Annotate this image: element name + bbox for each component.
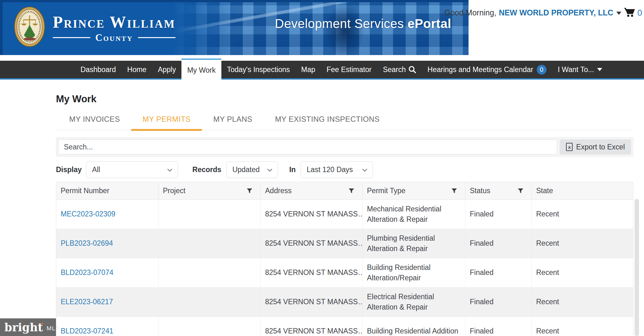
nav-item-i-want-to[interactable]: I Want To... [552, 61, 608, 78]
county-subline: County [53, 32, 175, 43]
records-dropdown[interactable]: Updated [226, 161, 278, 178]
search-input[interactable] [58, 139, 557, 154]
table-row: ELE2023-06217 8254 VERNON ST MANASS… Ele… [56, 288, 633, 317]
chevron-down-icon[interactable] [616, 12, 621, 15]
cell-status: Finaled [465, 200, 532, 229]
cell-state: Recent [532, 317, 633, 336]
chevron-down-icon [362, 165, 368, 174]
nav-item-todays-inspections[interactable]: Today's Inspections [221, 61, 296, 78]
display-dropdown[interactable]: All [86, 161, 178, 178]
address-text: 8254 VERNON ST MANASS… [265, 326, 363, 336]
column-header-permit-type: Permit Type [363, 182, 465, 199]
permit-link[interactable]: BLD2023-07074 [61, 267, 114, 278]
permit-link[interactable]: ELE2023-06217 [61, 297, 113, 307]
permit-link[interactable]: BLD2023-07241 [61, 326, 114, 336]
records-value: Updated [232, 165, 260, 174]
page: Prince William County Development Servic… [0, 0, 644, 336]
filter-bar: Display All Records Updated In Last 120 … [56, 161, 633, 178]
cell-state: Recent [532, 229, 633, 258]
chevron-down-icon [267, 165, 273, 174]
i-want-to-label: I Want To... [558, 65, 594, 74]
display-label: Display [56, 165, 82, 174]
cell-status: Finaled [465, 258, 532, 287]
cell-address: 8254 VERNON ST MANASS… [261, 229, 363, 258]
portal-title-bold: ePortal [408, 17, 451, 31]
in-label: In [289, 165, 296, 174]
county-name: Prince William [53, 13, 175, 31]
address-text: 8254 VERNON ST MANASS… [265, 238, 363, 249]
cell-permit-type: Electrical Residential Alteration & Repa… [363, 288, 465, 316]
cell-project [158, 229, 261, 258]
chevron-down-icon [597, 68, 602, 71]
cart-count: 0 [637, 8, 642, 18]
left-rule [53, 37, 90, 38]
nav-item-search[interactable]: Search [377, 61, 422, 78]
cell-permit-number: PLB2023-02694 [56, 229, 158, 258]
address-text: 8254 VERNON ST MANASS… [265, 209, 363, 219]
portal-title-regular: Development Services [275, 17, 408, 31]
column-label: Project [163, 187, 186, 195]
filter-funnel-icon[interactable] [349, 188, 354, 193]
column-label: Permit Type [367, 187, 405, 195]
table-header-row: Permit Number Project Address Permit Typ… [56, 182, 633, 200]
cell-permit-number: MEC2023-02309 [56, 200, 158, 229]
records-label: Records [192, 165, 221, 174]
column-header-state: State [532, 182, 633, 199]
table-scrollbar[interactable] [635, 199, 639, 336]
permit-link[interactable]: PLB2023-02694 [61, 238, 113, 249]
cell-permit-type: Building Residential Addition [363, 317, 465, 336]
table-row: PLB2023-02694 8254 VERNON ST MANASS… Plu… [56, 229, 633, 258]
table-row: MEC2023-02309 8254 VERNON ST MANASS… Mec… [56, 200, 633, 229]
nav-item-map[interactable]: Map [296, 61, 321, 78]
nav-item-my-work[interactable]: My Work [181, 59, 221, 81]
portal-title: Development Services ePortal [275, 17, 451, 31]
column-header-status: Status [465, 182, 532, 199]
tab-my-existing-inspections[interactable]: MY EXISTING INSPECTIONS [264, 115, 391, 130]
filter-funnel-icon[interactable] [247, 188, 252, 193]
table-toolbar: Export to Excel [56, 137, 633, 157]
work-tabs: MY INVOICES MY PERMITS MY PLANS MY EXIST… [56, 115, 633, 130]
star-icon: ✦ [40, 321, 44, 327]
bright-mls-watermark: bright ✦ MLS [0, 318, 56, 336]
bright-mls-logo: bright [4, 322, 43, 333]
county-logo: Prince William County [14, 6, 175, 49]
nav-item-home[interactable]: Home [122, 61, 152, 78]
column-header-address: Address [261, 182, 363, 199]
column-header-permit-number: Permit Number [56, 182, 158, 199]
chevron-down-icon [167, 165, 173, 174]
cell-project [158, 288, 261, 316]
filter-funnel-icon[interactable] [452, 188, 457, 193]
cell-state: Recent [532, 200, 633, 229]
tab-my-plans[interactable]: MY PLANS [202, 115, 264, 130]
cell-status: Finaled [465, 288, 532, 316]
tab-my-permits[interactable]: MY PERMITS [131, 115, 202, 131]
address-text: 8254 VERNON ST MANASS… [265, 297, 363, 307]
cell-permit-number: ELE2023-06217 [56, 288, 158, 316]
cell-project [158, 258, 261, 287]
county-banner: Prince William County Development Servic… [0, 0, 469, 55]
excel-file-icon [566, 143, 573, 151]
cell-permit-type: Mechanical Residential Alteration & Repa… [363, 200, 465, 229]
cell-address: 8254 VERNON ST MANASS… [261, 258, 363, 287]
cell-status: Finaled [465, 229, 532, 258]
nav-item-hearings-calendar[interactable]: Hearings and Meetings Calendar 0 [422, 61, 552, 78]
in-dropdown[interactable]: Last 120 Days [301, 161, 373, 178]
tab-my-invoices[interactable]: MY INVOICES [58, 115, 131, 130]
page-title: My Work [56, 93, 633, 105]
permit-link[interactable]: MEC2023-02309 [61, 209, 115, 219]
cell-address: 8254 VERNON ST MANASS… [261, 317, 363, 336]
column-label: Permit Number [61, 187, 109, 195]
nav-item-apply[interactable]: Apply [152, 61, 182, 78]
nav-item-fee-estimator[interactable]: Fee Estimator [321, 61, 377, 78]
cart-button[interactable]: 0 [624, 7, 642, 19]
export-to-excel-button[interactable]: Export to Excel [560, 139, 631, 154]
content-area: My Work MY INVOICES MY PERMITS MY PLANS … [56, 81, 633, 336]
nav-item-dashboard[interactable]: Dashboard [75, 61, 122, 78]
cell-address: 8254 VERNON ST MANASS… [261, 200, 363, 229]
county-logo-text: Prince William County [53, 11, 175, 43]
account-menu[interactable]: NEW WORLD PROPERTY, LLC [499, 8, 613, 17]
greeting-text: Good Morning, [444, 8, 496, 17]
filter-funnel-icon[interactable] [518, 188, 523, 193]
cell-permit-type: Building Residential Alteration/Repair [363, 258, 465, 287]
in-value: Last 120 Days [307, 165, 353, 174]
